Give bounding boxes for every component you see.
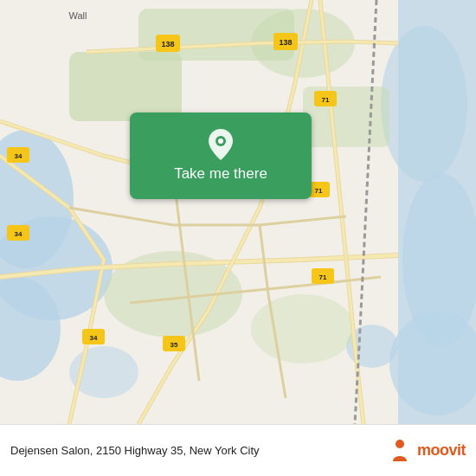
map-svg: 138 138 34 34 34 71 71 71 35 Wall [0,0,476,424]
svg-text:34: 34 [90,334,98,342]
place-info: Dejensen Salon, 2150 Highway 35, New Yor… [10,444,377,457]
svg-text:138: 138 [279,38,292,47]
svg-text:138: 138 [161,40,174,48]
svg-text:Wall: Wall [69,10,87,21]
svg-text:71: 71 [319,273,327,281]
take-me-there-label: Take me there [174,165,267,183]
svg-text:34: 34 [15,152,23,160]
moovit-logo: moovit [386,437,466,465]
svg-point-15 [251,294,355,363]
moovit-text: moovit [417,441,466,460]
bottom-bar: Dejensen Salon, 2150 Highway 35, New Yor… [0,424,476,476]
svg-point-5 [381,26,467,182]
svg-text:71: 71 [322,96,330,104]
location-pin-icon [208,129,234,160]
svg-rect-10 [69,52,182,121]
take-me-there-button[interactable]: Take me there [130,113,312,199]
svg-point-36 [218,138,223,144]
map-container: 138 138 34 34 34 71 71 71 35 Wall © Open… [0,0,476,424]
moovit-icon [386,437,414,465]
place-name: Dejensen Salon, 2150 Highway 35, New Yor… [10,444,377,457]
svg-point-37 [396,440,404,448]
svg-text:71: 71 [315,187,323,195]
svg-text:35: 35 [170,341,178,349]
svg-text:34: 34 [15,230,23,238]
